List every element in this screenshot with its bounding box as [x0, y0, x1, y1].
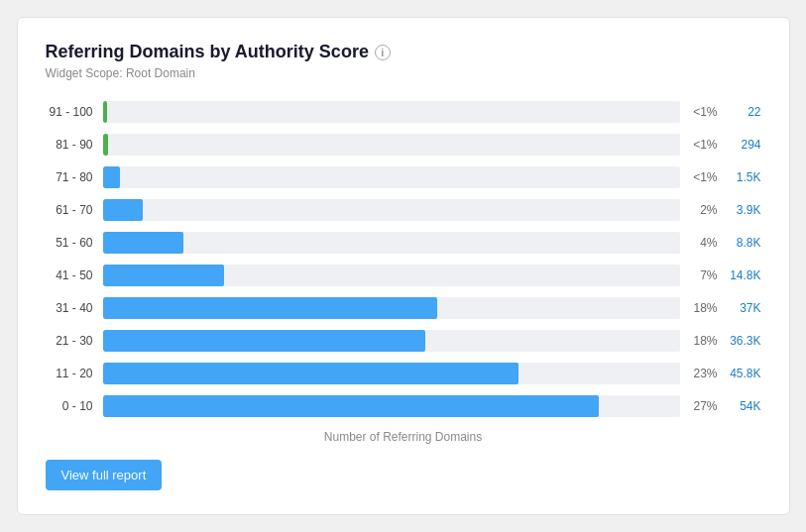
bar-range-label: 71 - 80	[46, 170, 103, 184]
bar-count: 294	[718, 138, 761, 152]
bar-range-label: 0 - 10	[46, 399, 103, 413]
bar-track	[103, 199, 680, 221]
bar-track	[103, 166, 680, 188]
bar-percent: 23%	[680, 367, 718, 380]
bar-range-label: 81 - 90	[46, 138, 103, 152]
bar-track	[103, 363, 680, 384]
bar-range-label: 31 - 40	[46, 301, 103, 315]
bar-count: 8.8K	[718, 236, 761, 250]
bar-fill	[103, 297, 438, 319]
bar-count: 22	[718, 105, 761, 119]
bar-row: 51 - 604%8.8K	[46, 229, 761, 257]
bar-range-label: 41 - 50	[46, 268, 103, 282]
bar-row: 31 - 4018%37K	[46, 294, 761, 322]
bar-percent: 18%	[680, 301, 718, 315]
bar-range-label: 11 - 20	[46, 367, 103, 380]
bar-fill	[103, 134, 108, 156]
bar-range-label: 51 - 60	[46, 236, 103, 250]
bar-range-label: 21 - 30	[46, 334, 103, 348]
bar-row: 81 - 90<1%294	[46, 131, 761, 159]
bar-range-label: 91 - 100	[46, 105, 103, 119]
bar-track	[103, 265, 680, 286]
bar-percent: 27%	[680, 399, 718, 413]
bar-track	[103, 297, 680, 319]
card-subtitle: Widget Scope: Root Domain	[46, 66, 761, 80]
bar-count: 1.5K	[718, 170, 761, 184]
bar-track	[103, 395, 680, 417]
bar-fill	[103, 265, 224, 286]
bar-track	[103, 330, 680, 352]
bar-row: 71 - 80<1%1.5K	[46, 163, 761, 191]
view-full-report-button[interactable]: View full report	[46, 460, 163, 490]
bar-percent: <1%	[680, 138, 718, 152]
bar-row: 0 - 1027%54K	[46, 392, 761, 420]
widget-card: Referring Domains by Authority Score i W…	[17, 17, 790, 515]
bar-percent: 4%	[680, 236, 718, 250]
bar-row: 61 - 702%3.9K	[46, 196, 761, 224]
bar-percent: 2%	[680, 203, 718, 217]
bar-count: 14.8K	[718, 268, 761, 282]
bar-row: 21 - 3018%36.3K	[46, 327, 761, 355]
bar-range-label: 61 - 70	[46, 203, 103, 217]
bar-track	[103, 134, 680, 156]
info-icon[interactable]: i	[375, 45, 391, 60]
chart-area: 91 - 100<1%2281 - 90<1%29471 - 80<1%1.5K…	[46, 98, 761, 420]
bar-fill	[103, 166, 120, 188]
bar-percent: 7%	[680, 268, 718, 282]
card-title-row: Referring Domains by Authority Score i	[46, 42, 761, 62]
bar-fill	[103, 395, 600, 417]
x-axis-label: Number of Referring Domains	[46, 430, 761, 444]
bar-count: 45.8K	[718, 367, 761, 380]
bar-row: 91 - 100<1%22	[46, 98, 761, 126]
bar-fill	[103, 232, 183, 254]
bar-percent: <1%	[680, 170, 718, 184]
bar-percent: <1%	[680, 105, 718, 119]
bar-count: 37K	[718, 301, 761, 315]
bar-track	[103, 232, 680, 254]
bar-row: 41 - 507%14.8K	[46, 262, 761, 289]
bar-count: 54K	[718, 399, 761, 413]
bar-track	[103, 101, 680, 123]
bar-count: 36.3K	[718, 334, 761, 348]
bar-row: 11 - 2023%45.8K	[46, 360, 761, 387]
bar-fill	[103, 101, 108, 123]
bar-count: 3.9K	[718, 203, 761, 217]
bar-percent: 18%	[680, 334, 718, 348]
card-title-text: Referring Domains by Authority Score	[46, 42, 369, 62]
bar-fill	[103, 199, 144, 221]
bar-fill	[103, 363, 518, 384]
bar-fill	[103, 330, 426, 352]
